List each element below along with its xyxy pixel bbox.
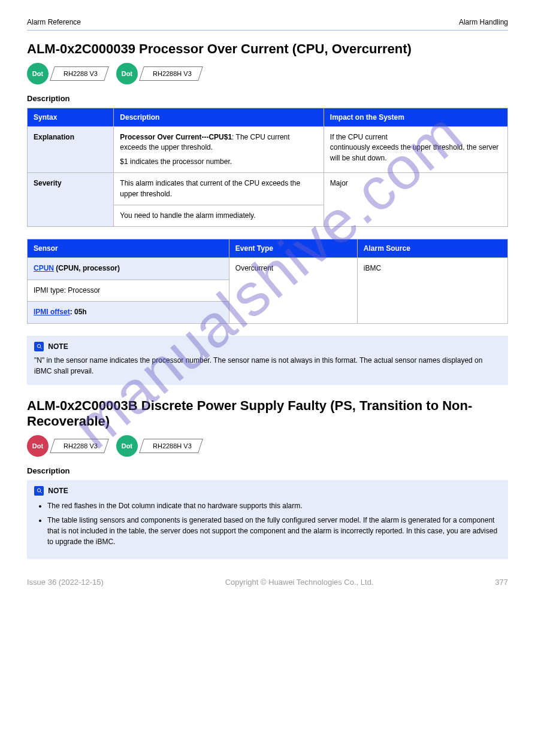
cell-key: Severity (28, 173, 114, 227)
table-row: CPUN (CPUN, processor) Overcurrent iBMC (28, 258, 508, 280)
note-icon (34, 342, 44, 351)
page-header: Alarm Reference Alarm Handling (27, 18, 508, 31)
cell-desc: This alarm indicates that current of the… (114, 173, 324, 205)
sensor-table: Sensor Event Type Alarm Source CPUN (CPU… (27, 239, 508, 323)
model-badge: RH2288 V3 (50, 66, 109, 81)
footer-issue: Issue 36 (2022-12-15) (27, 578, 104, 587)
alarm-title-2: ALM-0x2C00003B Discrete Power Supply Fau… (27, 398, 508, 429)
note-title: NOTE (48, 487, 68, 495)
cell-event: Overcurrent (229, 258, 357, 323)
note-bullet: The table listing sensors and components… (47, 515, 501, 547)
cell-impact: If the CPU current continuously exceeds … (324, 127, 507, 173)
note-title: NOTE (48, 342, 68, 351)
sensor-link[interactable]: CPUN (34, 264, 54, 272)
note-box-1: NOTE "N" in the sensor name indicates th… (27, 336, 508, 385)
ipmi-offset-link[interactable]: IPMI offset (34, 308, 70, 316)
note-box-2: NOTE The red flashes in the Dot column i… (27, 480, 508, 559)
col-event: Event Type (229, 239, 357, 258)
col-impact: Impact on the System (324, 108, 507, 127)
model-badge: RH2288H V3 (139, 66, 203, 81)
support-item: Dot RH2288 V3 (27, 63, 107, 84)
support-item: Dot RH2288H V3 (116, 435, 201, 457)
table-row: Severity This alarm indicates that curre… (28, 173, 508, 205)
col-sensor: Sensor (28, 239, 229, 258)
note-icon (34, 486, 44, 496)
model-badge: RH2288 V3 (50, 439, 109, 453)
status-dot-green: Dot (27, 63, 49, 84)
col-syntax: Syntax (28, 108, 114, 127)
support-indicator-row-2: Dot RH2288 V3 Dot RH2288H V3 (27, 435, 508, 457)
col-source: Alarm Source (357, 239, 507, 258)
note-bullet: The red flashes in the Dot column indica… (47, 500, 501, 511)
svg-point-2 (37, 488, 40, 492)
footer-page-number: 377 (495, 578, 508, 587)
page-footer: Issue 36 (2022-12-15) Copyright © Huawei… (27, 578, 508, 587)
cell-key: Explanation (28, 127, 114, 173)
cell-desc: You need to handle the alarm immediately… (114, 205, 324, 226)
cell-impact: Major (324, 173, 507, 227)
cell-sensor: IPMI type: Processor (28, 280, 229, 301)
support-indicator-row-1: Dot RH2288 V3 Dot RH2288H V3 (27, 63, 508, 84)
cell-desc: Processor Over Current---CPU$1: The CPU … (114, 127, 324, 173)
col-description: Description (114, 108, 324, 127)
status-dot-green: Dot (116, 63, 138, 84)
note-text: "N" in the sensor name indicates the pro… (34, 355, 501, 377)
support-item: Dot RH2288 V3 (27, 435, 107, 457)
table-row: Explanation Processor Over Current---CPU… (28, 127, 508, 173)
header-left: Alarm Reference (27, 18, 81, 26)
cell-sensor: IPMI offset: 05h (28, 302, 229, 323)
status-dot-red: Dot (27, 435, 49, 457)
cell-sensor: CPUN (CPUN, processor) (28, 258, 229, 280)
section-description-2: Description (27, 466, 508, 475)
svg-line-3 (40, 491, 41, 493)
cell-source: iBMC (357, 258, 507, 323)
alarm-title-1: ALM-0x2C000039 Processor Over Current (C… (27, 41, 508, 57)
svg-point-0 (37, 344, 40, 348)
status-dot-green: Dot (116, 435, 138, 457)
model-badge: RH2288H V3 (139, 439, 203, 453)
alarm-details-table: Syntax Description Impact on the System … (27, 108, 508, 227)
header-right: Alarm Handling (459, 18, 508, 26)
svg-line-1 (40, 347, 41, 348)
footer-copyright: Copyright © Huawei Technologies Co., Ltd… (225, 578, 374, 587)
support-item: Dot RH2288H V3 (116, 63, 201, 84)
section-description-1: Description (27, 94, 508, 103)
